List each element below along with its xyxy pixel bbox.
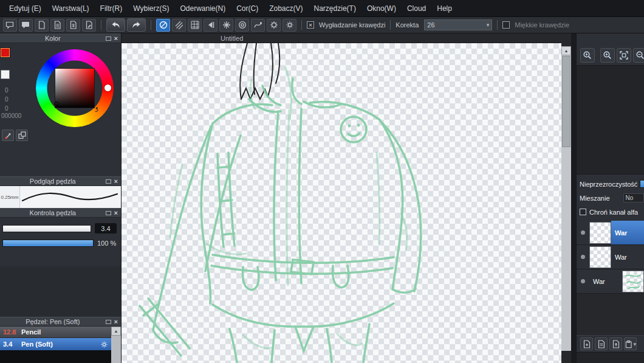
gear-circle-tool-icon[interactable] [267,19,281,32]
menu-item-edytuj[interactable]: Edytuj (E) [4,0,47,17]
opacity-slider[interactable] [640,180,644,188]
close-panel-icon[interactable]: × [114,35,118,41]
brush-opacity-value: 100 % [97,240,116,247]
brush-list-title: Pędzel: Pen (Soft) [0,318,106,325]
paste-layer-button[interactable]: ▾ [624,337,637,350]
document-edit-icon[interactable] [82,19,96,32]
document-icon[interactable] [35,19,49,32]
brush-item-partial[interactable] [0,350,112,363]
alpha-lock-checkbox[interactable] [580,209,586,215]
undo-button[interactable] [106,18,125,32]
brush-settings-gear-icon[interactable] [100,341,108,348]
scrollbar-track[interactable] [561,55,571,351]
arrow-left-tool-icon[interactable] [204,19,218,32]
brush-item-pencil[interactable]: 12.8 Pencil [0,327,112,338]
layer-row[interactable]: War [577,245,644,269]
korekta-dropdown[interactable]: 26 ▾ [424,19,492,30]
right-panel-footer [577,352,644,363]
layer-row[interactable]: War [577,221,644,245]
layer-thumbnail[interactable] [589,246,611,268]
zoom-out-button[interactable] [633,48,644,63]
scroll-up-icon[interactable]: ▲ [111,327,121,336]
brush-list-scrollbar[interactable]: ▲ [111,327,121,363]
brush-control-header: Kontrola pędzla × [0,208,121,218]
antialias-label: Wygładzanie krawędzi [319,21,385,29]
brush-opacity-slider[interactable] [2,240,94,247]
menu-item-zobacz[interactable]: Zobacz(V) [264,0,308,17]
layer-name: War [589,269,622,293]
document-table-icon[interactable] [66,19,80,32]
blend-mode-dropdown[interactable]: No [623,193,644,202]
new-lineart-layer-button[interactable] [595,337,608,350]
canvas-vertical-scrollbar[interactable]: ▲ [561,33,571,363]
float-panel-icon[interactable] [106,36,111,41]
menu-item-warstwa[interactable]: Warstwa(L) [47,0,95,17]
layer-name: War [611,245,644,269]
chat-icon[interactable] [3,19,17,32]
layer-row[interactable]: War [577,269,644,294]
new-layer-button[interactable] [580,337,593,350]
secondary-color-swatch[interactable] [1,70,10,79]
fit-to-screen-button[interactable] [617,48,631,63]
no-selection-tool-icon[interactable] [156,19,170,32]
layer-visibility-icon[interactable] [581,230,585,235]
canvas[interactable] [122,43,561,363]
eyedropper-button[interactable] [2,130,14,141]
navigator-preview[interactable] [577,65,644,175]
antialias-checkbox[interactable]: × [307,21,314,29]
concentric-circle-tool-icon[interactable] [235,19,249,32]
brush-size-slider[interactable] [2,225,91,232]
zoom-step-in-button[interactable] [600,48,615,63]
curve-tool-icon[interactable] [251,19,265,32]
float-panel-icon[interactable] [106,211,111,215]
brush-preview-body: 0.25mm [0,186,121,208]
swap-colors-button[interactable] [16,130,28,141]
brush-item-pen-soft[interactable]: 3.4 Pen (Soft) [0,338,112,350]
rgb-r-value: 0 [5,86,9,95]
menu-item-narzedzie[interactable]: Narzędzie(T) [309,0,361,17]
scrollbar-thumb[interactable] [562,56,570,147]
zoom-in-button[interactable] [580,48,595,63]
menu-item-okno[interactable]: Okno(W) [361,0,402,17]
menu-item-cor[interactable]: Cor(C) [231,0,264,17]
brush-size-value[interactable]: 3.4 [95,223,117,233]
layer-thumbnail[interactable] [589,222,611,244]
document-tab-bar: Untitled [122,33,561,43]
scroll-up-icon[interactable]: ▲ [561,46,571,55]
close-panel-icon[interactable]: × [114,319,118,325]
saturation-value-square[interactable] [55,68,95,108]
layer-thumbnail[interactable] [622,271,644,292]
menu-item-cloud[interactable]: Cloud [402,0,431,17]
brush-stroke-preview [20,186,121,208]
sv-indicator[interactable] [54,102,58,106]
panel-divider [571,33,576,363]
left-panel-spacer [0,266,121,317]
chevron-down-icon: ▾ [633,341,636,347]
gear-tool-icon[interactable] [283,19,296,32]
diagonal-lines-tool-icon[interactable] [172,19,186,32]
main-area: Kolor × 0 0 0 000000 ↶ [0,33,644,363]
close-panel-icon[interactable]: × [114,178,118,184]
snap-asterisk-tool-icon[interactable] [219,19,233,32]
document-lines-icon[interactable] [50,19,64,32]
menu-item-filtr[interactable]: Filtr(R) [95,0,128,17]
soft-edges-checkbox[interactable] [502,21,510,29]
menu-item-oderwanie[interactable]: Oderwanie(N) [174,0,231,17]
grid-tool-icon[interactable] [188,19,202,32]
chat-filled-icon[interactable] [19,19,33,32]
float-panel-icon[interactable] [106,320,111,324]
layer-action-buttons: ▾ [577,335,644,352]
document-tab[interactable]: Untitled [221,35,243,42]
layer-visibility-icon[interactable] [581,255,585,259]
redo-button[interactable] [127,18,146,32]
toolbar-separator [101,20,101,30]
float-panel-icon[interactable] [106,179,111,184]
transfer-layer-up-button[interactable] [609,337,622,350]
hue-indicator[interactable] [104,85,111,91]
menu-item-wybierz[interactable]: Wybierz(S) [128,0,174,17]
color-wheel[interactable]: ↶ [36,49,114,127]
menu-item-help[interactable]: Help [431,0,457,17]
close-panel-icon[interactable]: × [114,210,118,216]
soft-edges-label: Miękkie krawędzie [515,21,569,29]
primary-color-swatch[interactable] [1,48,10,57]
